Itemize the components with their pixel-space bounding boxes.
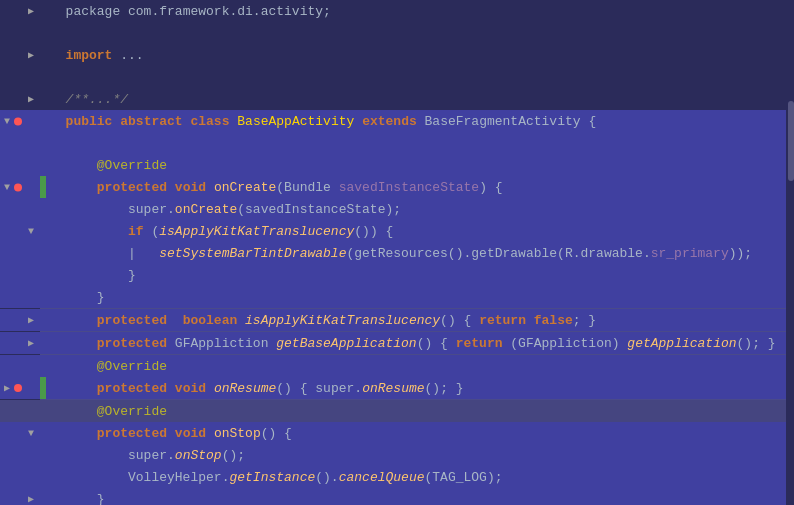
line-content-23: @Override bbox=[46, 400, 794, 422]
code-text: protected GFAppliction getBaseApplicatio… bbox=[50, 336, 776, 351]
gutter-16: ▶ bbox=[0, 314, 40, 326]
left-bar-8 bbox=[40, 154, 46, 176]
gutter-5: ▶ bbox=[0, 93, 40, 105]
left-bar-16 bbox=[40, 309, 46, 331]
code-text: import ... bbox=[50, 48, 144, 63]
line-content-3: import ... bbox=[46, 44, 794, 66]
code-line-8: @Override bbox=[0, 154, 794, 176]
line-content-10: super.onCreate(savedInstanceState); bbox=[46, 198, 794, 220]
left-bar-26 bbox=[40, 466, 46, 488]
left-bar-23 bbox=[40, 400, 46, 422]
left-bar-9 bbox=[40, 176, 46, 198]
fold-icon-27[interactable]: ▶ bbox=[26, 493, 36, 505]
line-content-25: super.onStop(); bbox=[46, 444, 794, 466]
code-line-14: } bbox=[0, 286, 794, 308]
line-content-11: if (isApplyKitKatTranslucency()) { bbox=[46, 220, 794, 242]
line-content-12: | setSystemBarTintDrawable(getResources(… bbox=[46, 242, 794, 264]
left-bar-21 bbox=[40, 377, 46, 399]
line-content-16: protected boolean isApplyKitKatTransluce… bbox=[46, 309, 794, 331]
line-content-27: } bbox=[46, 488, 794, 505]
code-line-5: ▶ /**...*/ bbox=[0, 88, 794, 110]
line-content-26: VolleyHelper.getInstance().cancelQueue(T… bbox=[46, 466, 794, 488]
left-bar-5 bbox=[40, 88, 46, 110]
line-content-8: @Override bbox=[46, 154, 794, 176]
code-container[interactable]: ▶ package com.framework.di.activity; ▶ i… bbox=[0, 0, 794, 505]
gutter-3: ▶ bbox=[0, 49, 40, 61]
breakpoint-icon-21 bbox=[14, 384, 22, 392]
code-text: VolleyHelper.getInstance().cancelQueue(T… bbox=[50, 470, 503, 485]
left-bar-7 bbox=[40, 132, 46, 154]
code-text: @Override bbox=[50, 158, 167, 173]
code-line-6: ▼ public abstract class BaseAppActivity … bbox=[0, 110, 794, 132]
fold-icon-11[interactable]: ▼ bbox=[26, 226, 36, 237]
code-line-16: ▶ protected boolean isApplyKitKatTranslu… bbox=[0, 309, 794, 331]
code-line-26: VolleyHelper.getInstance().cancelQueue(T… bbox=[0, 466, 794, 488]
gutter-18: ▶ bbox=[0, 337, 40, 349]
code-line-9: ▼ protected void onCreate(Bundle savedIn… bbox=[0, 176, 794, 198]
code-text: /**...*/ bbox=[50, 92, 128, 107]
fold-icon-18[interactable]: ▶ bbox=[26, 337, 36, 349]
code-text: } bbox=[50, 268, 136, 283]
code-line-27: ▶ } bbox=[0, 488, 794, 505]
left-bar-14 bbox=[40, 286, 46, 308]
fold-icon-6[interactable]: ▼ bbox=[2, 116, 12, 127]
gutter-11: ▼ bbox=[0, 226, 40, 237]
left-bar-25 bbox=[40, 444, 46, 466]
code-text: protected void onStop() { bbox=[50, 426, 292, 441]
left-bar-20 bbox=[40, 355, 46, 377]
line-content-5: /**...*/ bbox=[46, 88, 794, 110]
fold-icon-16[interactable]: ▶ bbox=[26, 314, 36, 326]
gutter-1: ▶ bbox=[0, 5, 40, 17]
line-content-18: protected GFAppliction getBaseApplicatio… bbox=[46, 332, 794, 354]
fold-icon-3[interactable]: ▶ bbox=[26, 49, 36, 61]
line-content-13: } bbox=[46, 264, 794, 286]
left-bar-1 bbox=[40, 0, 46, 22]
code-text: super.onCreate(savedInstanceState); bbox=[50, 202, 401, 217]
line-content-6: public abstract class BaseAppActivity ex… bbox=[46, 110, 794, 132]
line-content-24: protected void onStop() { bbox=[46, 422, 794, 444]
left-bar-2 bbox=[40, 22, 46, 44]
code-line-4 bbox=[0, 66, 794, 88]
code-line-24: ▼ protected void onStop() { bbox=[0, 422, 794, 444]
line-content-9: protected void onCreate(Bundle savedInst… bbox=[46, 176, 794, 198]
gutter-24: ▼ bbox=[0, 428, 40, 439]
fold-icon-21[interactable]: ▶ bbox=[2, 382, 12, 394]
breakpoint-icon-6 bbox=[14, 117, 22, 125]
left-bar-11 bbox=[40, 220, 46, 242]
code-text: protected void onCreate(Bundle savedInst… bbox=[50, 180, 503, 195]
left-bar-3 bbox=[40, 44, 46, 66]
code-text: super.onStop(); bbox=[50, 448, 245, 463]
left-bar-6 bbox=[40, 110, 46, 132]
scrollbar-vertical[interactable] bbox=[786, 0, 794, 505]
code-text: @Override bbox=[50, 404, 167, 419]
line-content-1: package com.framework.di.activity; bbox=[46, 0, 794, 22]
code-line-18: ▶ protected GFAppliction getBaseApplicat… bbox=[0, 332, 794, 354]
code-text: } bbox=[50, 290, 105, 305]
code-line-1: ▶ package com.framework.di.activity; bbox=[0, 0, 794, 22]
code-line-11: ▼ if (isApplyKitKatTranslucency()) { bbox=[0, 220, 794, 242]
line-content-4 bbox=[46, 66, 794, 88]
scrollbar-thumb[interactable] bbox=[788, 101, 794, 181]
code-line-21: ▶ protected void onResume() { super.onRe… bbox=[0, 377, 794, 399]
code-line-20: @Override bbox=[0, 355, 794, 377]
left-bar-18 bbox=[40, 332, 46, 354]
left-bar-10 bbox=[40, 198, 46, 220]
fold-icon-5[interactable]: ▶ bbox=[26, 93, 36, 105]
code-line-2 bbox=[0, 22, 794, 44]
fold-icon-24[interactable]: ▼ bbox=[26, 428, 36, 439]
code-text: protected void onResume() { super.onResu… bbox=[50, 381, 464, 396]
code-editor: ▶ package com.framework.di.activity; ▶ i… bbox=[0, 0, 794, 505]
line-content-14: } bbox=[46, 286, 794, 308]
code-text: } bbox=[50, 492, 105, 506]
line-content-21: protected void onResume() { super.onResu… bbox=[46, 377, 794, 399]
fold-icon-1[interactable]: ▶ bbox=[26, 5, 36, 17]
line-content-2 bbox=[46, 22, 794, 44]
code-text: public abstract class BaseAppActivity ex… bbox=[50, 114, 596, 129]
fold-icon-9[interactable]: ▼ bbox=[2, 182, 12, 193]
line-content-7 bbox=[46, 132, 794, 154]
code-text: @Override bbox=[50, 359, 167, 374]
code-line-25: super.onStop(); bbox=[0, 444, 794, 466]
left-bar-13 bbox=[40, 264, 46, 286]
code-line-13: } bbox=[0, 264, 794, 286]
code-line-12: | setSystemBarTintDrawable(getResources(… bbox=[0, 242, 794, 264]
